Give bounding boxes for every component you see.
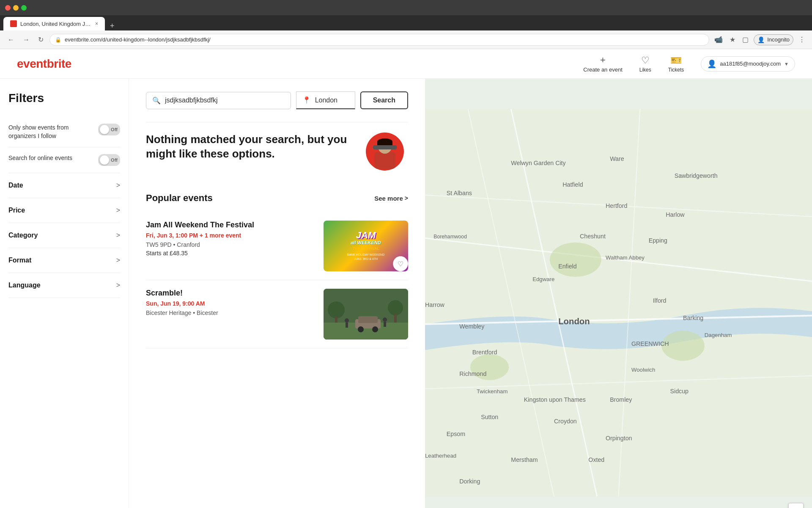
see-more-chevron-icon: > <box>405 195 408 202</box>
online-label: Search for online events <box>8 154 72 163</box>
date-filter-row[interactable]: Date > <box>8 173 120 198</box>
extension-icon[interactable]: ▢ <box>741 34 750 45</box>
incognito-user[interactable]: 👤 Incognito <box>754 34 793 45</box>
tickets-label: Tickets <box>668 67 684 73</box>
url-text: eventbrite.com/d/united-kingdom--london/… <box>65 36 704 43</box>
svg-text:GREENWICH: GREENWICH <box>631 340 669 347</box>
tab-title: London, United Kingdom Jsdjk... <box>20 21 92 27</box>
location-wrap: 📍 London <box>296 91 355 109</box>
bookmark-icon[interactable]: ★ <box>728 34 737 45</box>
date-chevron-icon: > <box>116 182 120 189</box>
tab-close-icon[interactable]: × <box>95 21 98 27</box>
svg-text:Hatfield: Hatfield <box>562 181 583 188</box>
date-filter-label: Date <box>8 182 23 189</box>
lock-icon: 🔒 <box>55 37 61 43</box>
search-button[interactable]: Search <box>360 91 408 109</box>
svg-text:Wembley: Wembley <box>459 323 485 330</box>
map-zoom-plus-button[interactable]: + <box>788 503 804 508</box>
svg-text:Sutton: Sutton <box>481 414 498 420</box>
toggle-thumb-online <box>100 155 109 165</box>
see-more-link[interactable]: See more > <box>374 195 408 202</box>
screen-cast-icon[interactable]: 📹 <box>713 34 724 45</box>
svg-text:Kingston upon Thames: Kingston upon Thames <box>524 396 586 403</box>
tickets-button[interactable]: 🎫 Tickets <box>668 55 684 73</box>
svg-text:Cheshunt: Cheshunt <box>580 233 606 240</box>
svg-text:Epsom: Epsom <box>447 431 465 437</box>
likes-label: Likes <box>639 67 651 73</box>
no-results-illustration <box>362 133 408 179</box>
svg-point-8 <box>358 326 364 332</box>
maximize-dot[interactable] <box>21 5 27 11</box>
online-toggle[interactable]: Off <box>98 154 120 166</box>
jam-title-text: JAM <box>347 231 384 240</box>
scramble-image-placeholder <box>324 289 408 340</box>
event-title[interactable]: Jam All Weekend The Festival <box>146 221 317 229</box>
new-tab-button[interactable]: + <box>107 22 118 30</box>
see-more-label: See more <box>374 195 403 202</box>
event-location: TW5 9PD • Cranford <box>146 241 317 248</box>
svg-text:Epping: Epping <box>649 237 667 244</box>
svg-text:Merstham: Merstham <box>511 456 538 463</box>
tab-bar: London, United Kingdom Jsdjk... × + <box>0 15 812 30</box>
address-bar[interactable]: 🔒 eventbrite.com/d/united-kingdom--londo… <box>49 34 709 46</box>
svg-text:Richmond: Richmond <box>459 370 486 377</box>
illustration-head <box>378 140 392 154</box>
close-dot[interactable] <box>5 5 11 11</box>
price-chevron-icon: > <box>116 207 120 214</box>
svg-rect-11 <box>346 323 348 328</box>
menu-icon[interactable]: ⋮ <box>797 34 807 45</box>
nav-actions: 📹 ★ ▢ 👤 Incognito ⋮ <box>713 34 807 45</box>
plus-icon: + <box>600 55 606 66</box>
svg-point-10 <box>345 318 349 323</box>
organizers-toggle-value: Off <box>111 127 118 132</box>
svg-text:Waltham Abbey: Waltham Abbey <box>606 254 645 261</box>
event-info: Jam All Weekend The Festival Fri, Jun 3,… <box>146 221 317 271</box>
back-button[interactable]: ← <box>5 34 17 45</box>
no-results-wrap: Nothing matched your search, but you mig… <box>146 133 408 179</box>
svg-text:Harrow: Harrow <box>425 301 445 308</box>
minimize-dot[interactable] <box>13 5 19 11</box>
event-title-scramble[interactable]: Scramble! <box>146 289 317 298</box>
search-icon: 🔍 <box>152 97 161 105</box>
search-input[interactable] <box>165 97 285 104</box>
favorite-button[interactable]: ♡ <box>393 256 408 271</box>
user-menu[interactable]: 👤 aa181f85@moodjoy.com ▼ <box>701 56 795 72</box>
svg-text:London: London <box>558 317 590 326</box>
user-email: aa181f85@moodjoy.com <box>720 61 781 67</box>
popular-events-header: Popular events See more > <box>146 193 408 204</box>
search-divider <box>146 122 408 122</box>
organizers-toggle[interactable]: Off <box>98 124 120 135</box>
svg-rect-7 <box>358 316 378 323</box>
browser-chrome <box>0 0 812 15</box>
toggle-thumb <box>100 125 109 134</box>
event-date-scramble: Sun, Jun 19, 9:00 AM <box>146 300 317 307</box>
event-location-scramble: Bicester Heritage • Bicester <box>146 309 317 316</box>
nav-bar: ← → ↻ 🔒 eventbrite.com/d/united-kingdom-… <box>0 30 812 49</box>
svg-text:Oxted: Oxted <box>588 456 604 463</box>
organizers-label: Only show events from organizers I follo… <box>8 124 85 140</box>
svg-text:Sidcup: Sidcup <box>670 388 689 395</box>
category-filter-row[interactable]: Category > <box>8 223 120 248</box>
language-filter-label: Language <box>8 282 41 289</box>
jam-details-text: BANK HOLIDAY WEEKENDJUNE 3RD & 4TH <box>347 253 384 261</box>
eventbrite-logo[interactable]: eventbrite <box>17 57 71 71</box>
svg-text:Sawbridgeworth: Sawbridgeworth <box>675 172 718 179</box>
likes-button[interactable]: ♡ Likes <box>639 55 651 73</box>
svg-text:Croydon: Croydon <box>554 418 577 425</box>
language-chevron-icon: > <box>116 282 120 289</box>
format-filter-label: Format <box>8 257 31 264</box>
format-filter-row[interactable]: Format > <box>8 248 120 273</box>
active-tab[interactable]: London, United Kingdom Jsdjk... × <box>3 17 105 30</box>
create-event-button[interactable]: + Create an event <box>583 55 623 73</box>
forward-button[interactable]: → <box>20 34 32 45</box>
svg-text:Welwyn Garden City: Welwyn Garden City <box>511 160 566 166</box>
svg-text:Barking: Barking <box>683 315 703 321</box>
price-filter-row[interactable]: Price > <box>8 198 120 223</box>
language-filter-row[interactable]: Language > <box>8 273 120 298</box>
svg-text:Orpington: Orpington <box>606 435 632 442</box>
svg-rect-13 <box>384 322 386 327</box>
svg-point-4 <box>388 300 403 315</box>
content-area: 🔍 📍 London Search Nothing matched your s… <box>129 79 425 508</box>
reload-button[interactable]: ↻ <box>36 34 46 45</box>
svg-rect-5 <box>394 314 397 323</box>
